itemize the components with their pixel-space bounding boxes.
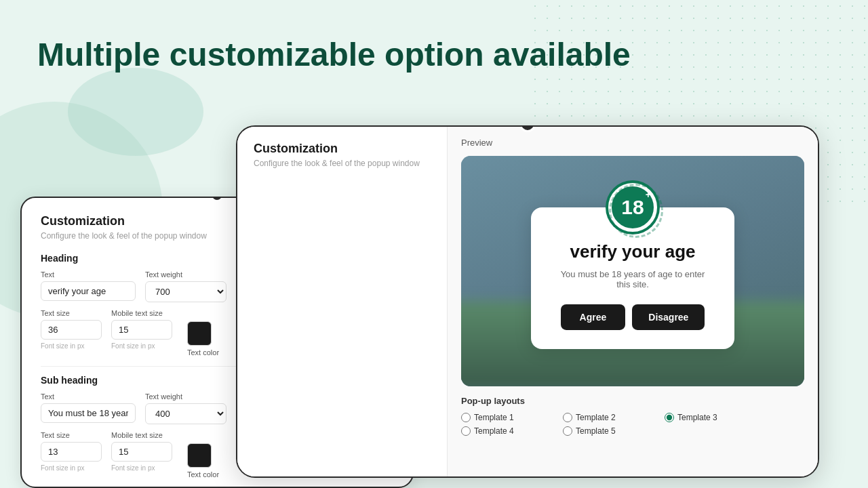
- layout-option-t1[interactable]: Template 1: [461, 413, 563, 422]
- layout-option-t5[interactable]: Template 5: [563, 426, 665, 436]
- popup-subtext: You must be 18 years of age to enter thi…: [555, 269, 710, 289]
- heading-mobile-size-group: Mobile text size Font size in px: [111, 309, 172, 350]
- heading-weight-label: Text weight: [145, 270, 226, 279]
- layout-radio-t1[interactable]: [461, 413, 471, 422]
- left-panel-title: Customization: [254, 142, 431, 156]
- heading-weight-group: Text weight 700400300600: [145, 270, 226, 302]
- popup-heading: verify your age: [555, 241, 710, 262]
- heading-color-group: Text color: [187, 321, 219, 357]
- subheading-mobile-size-label: Mobile text size: [111, 431, 172, 439]
- left-panel-subtitle: Configure the look & feel of the popup w…: [254, 159, 431, 168]
- heading-size-input[interactable]: [41, 320, 102, 340]
- age-verification-popup: 18 verify your age You must be 18 years …: [531, 207, 734, 349]
- layout-label-t3: Template 3: [677, 413, 717, 422]
- layout-label-t4: Template 4: [474, 426, 514, 436]
- subheading-size-input[interactable]: [41, 442, 102, 462]
- front-tablet: Customization Configure the look & feel …: [236, 125, 819, 478]
- subheading-size-hint: Font size in px: [41, 464, 102, 472]
- subheading-text-input[interactable]: [41, 403, 136, 423]
- heading-mobile-size-hint: Font size in px: [111, 342, 172, 350]
- subheading-color-swatch[interactable]: [187, 443, 212, 468]
- age-badge-wrapper: 18: [608, 183, 657, 232]
- subheading-text-label: Text: [41, 392, 136, 401]
- heading-color-swatch[interactable]: [187, 321, 212, 346]
- heading-size-label: Text size: [41, 309, 102, 317]
- subheading-color-label: Text color: [187, 470, 219, 479]
- heading-size-hint: Font size in px: [41, 342, 102, 350]
- layout-option-t3[interactable]: Template 3: [665, 413, 766, 422]
- layout-radio-t2[interactable]: [563, 413, 572, 422]
- layout-label-t5: Template 5: [576, 426, 616, 436]
- age-badge: 18: [608, 183, 657, 232]
- subheading-size-group: Text size Font size in px: [41, 431, 102, 472]
- heading-size-group: Text size Font size in px: [41, 309, 102, 350]
- heading-mobile-size-input[interactable]: [111, 320, 172, 340]
- subheading-size-label: Text size: [41, 431, 102, 439]
- layout-radio-t5[interactable]: [563, 426, 572, 436]
- layout-option-t2[interactable]: Template 2: [563, 413, 665, 422]
- preview-area: 18 verify your age You must be 18 years …: [461, 156, 804, 386]
- subheading-weight-label: Text weight: [145, 392, 226, 401]
- layout-radio-t4[interactable]: [461, 426, 471, 436]
- layout-radio-t3[interactable]: [665, 413, 674, 422]
- right-preview-panel: Preview 18 verify your age You must be 1…: [448, 127, 818, 476]
- subheading-text-group: Text: [41, 392, 136, 423]
- layouts-grid: Template 1 Template 2 Template 3 Templat…: [461, 413, 804, 436]
- heading-text-group: Text: [41, 270, 136, 301]
- preview-label: Preview: [461, 138, 804, 148]
- popup-buttons: Agree Disagree: [555, 304, 710, 330]
- heading-text-label: Text: [41, 270, 136, 279]
- subheading-mobile-size-input[interactable]: [111, 442, 172, 462]
- page-title: Multiple customizable option available: [37, 37, 631, 73]
- heading-weight-select[interactable]: 700400300600: [145, 281, 226, 302]
- left-customization-panel: Customization Configure the look & feel …: [237, 127, 448, 476]
- subheading-mobile-size-hint: Font size in px: [111, 464, 172, 472]
- subheading-color-group: Text color: [187, 443, 219, 479]
- layout-label-t2: Template 2: [576, 413, 616, 422]
- subheading-weight-group: Text weight 400300600700: [145, 392, 226, 424]
- tablet-inner: Customization Configure the look & feel …: [237, 127, 818, 476]
- layouts-section: Pop-up layouts Template 1 Template 2 Tem…: [461, 396, 804, 436]
- disagree-button[interactable]: Disagree: [632, 304, 705, 330]
- age-badge-ring: [609, 184, 663, 238]
- layout-label-t1: Template 1: [474, 413, 514, 422]
- heading-color-label: Text color: [187, 348, 219, 357]
- layouts-title: Pop-up layouts: [461, 396, 804, 406]
- heading-mobile-size-label: Mobile text size: [111, 309, 172, 317]
- layout-option-t4[interactable]: Template 4: [461, 426, 563, 436]
- subheading-mobile-size-group: Mobile text size Font size in px: [111, 431, 172, 472]
- bg-blob-decoration: [68, 68, 203, 156]
- heading-text-input[interactable]: [41, 281, 136, 301]
- agree-button[interactable]: Agree: [561, 304, 626, 330]
- subheading-weight-select[interactable]: 400300600700: [145, 403, 226, 424]
